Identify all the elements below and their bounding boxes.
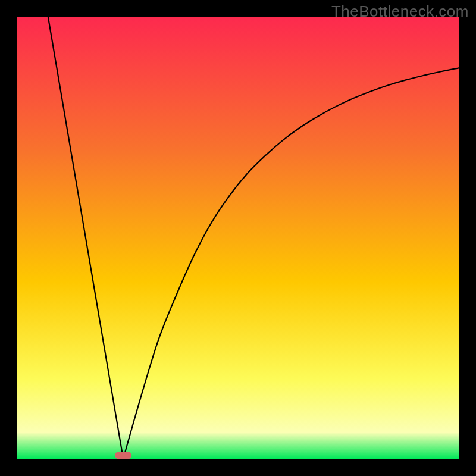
chart-frame: TheBottleneck.com bbox=[0, 0, 476, 476]
chart-svg bbox=[17, 17, 459, 459]
plot-area bbox=[17, 17, 459, 459]
watermark-label: TheBottleneck.com bbox=[331, 2, 469, 21]
trough-marker bbox=[115, 452, 131, 459]
marker-layer bbox=[115, 452, 131, 459]
